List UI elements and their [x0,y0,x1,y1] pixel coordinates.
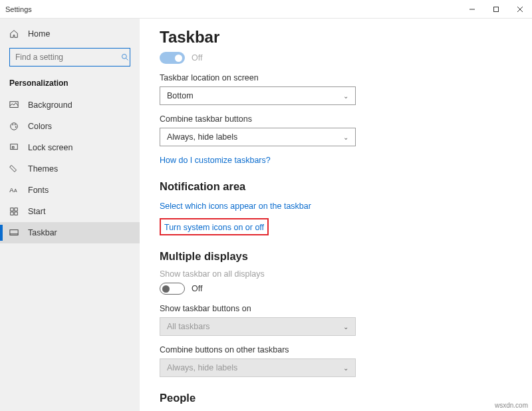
nav-colors[interactable]: Colors [0,116,140,137]
nav-label: Background [28,100,72,110]
svg-rect-1 [494,7,499,11]
maximize-button[interactable] [484,0,508,19]
location-label: Taskbar location on screen [160,73,512,82]
fonts-icon: AA [9,186,21,194]
close-button[interactable] [508,0,532,19]
people-heading: People [160,392,512,404]
home-nav[interactable]: Home [0,25,140,43]
svg-point-4 [122,55,127,59]
combine-value: Always, hide labels [167,132,237,142]
chevron-down-icon: ⌄ [343,134,348,141]
taskbar-icon [9,228,21,237]
search-icon [120,53,130,61]
nav-taskbar[interactable]: Taskbar [0,222,140,243]
nav-fonts[interactable]: AA Fonts [0,180,140,201]
svg-rect-16 [15,208,17,211]
lockscreen-icon [9,143,21,152]
content-pane: Taskbar Off Taskbar location on screen B… [140,19,532,411]
window-title: Settings [5,5,32,13]
combine-select[interactable]: Always, hide labels ⌄ [160,128,356,146]
show-buttons-value: All taskbars [167,322,210,331]
top-partial-toggle[interactable] [160,52,185,64]
svg-line-5 [126,59,128,61]
section-title: Personalization [0,74,140,94]
svg-rect-18 [15,212,17,215]
combine-label: Combine taskbar buttons [160,114,512,124]
nav-label: Start [28,207,45,216]
select-icons-link[interactable]: Select which icons appear on the taskbar [160,202,311,211]
search-input[interactable] [10,49,120,66]
show-buttons-label: Show taskbar buttons on [160,304,512,313]
multiple-displays-heading: Multiple displays [160,250,512,263]
top-toggle-label: Off [192,53,202,63]
home-label: Home [28,29,50,39]
combine-other-value: Always, hide labels [167,363,237,372]
nav-label: Colors [28,122,52,131]
chevron-down-icon: ⌄ [343,364,348,372]
combine-other-select: Always, hide labels ⌄ [160,358,356,377]
start-icon [9,207,21,216]
minimize-button[interactable] [460,0,484,19]
chevron-down-icon: ⌄ [343,323,348,331]
nav-themes[interactable]: Themes [0,158,140,180]
show-buttons-select: All taskbars ⌄ [160,317,356,336]
page-title: Taskbar [160,28,512,47]
nav-label: Fonts [28,186,49,195]
nav-label: Lock screen [28,143,72,152]
nav-background[interactable]: Background [0,94,140,116]
nav-label: Taskbar [28,228,57,237]
home-icon [9,29,21,39]
window-controls [460,0,532,19]
show-all-displays-label: Show taskbar on all displays [160,269,512,279]
location-value: Bottom [167,91,194,100]
background-icon [9,100,21,110]
svg-rect-15 [11,208,13,211]
colors-icon [9,122,21,131]
svg-rect-17 [11,212,13,215]
titlebar: Settings [0,0,532,19]
svg-point-10 [15,126,17,128]
nav-start[interactable]: Start [0,201,140,222]
show-all-displays-state: Off [192,284,202,293]
svg-point-8 [12,124,13,126]
svg-point-9 [15,124,16,126]
help-link[interactable]: How do I customize taskbars? [160,156,271,165]
sidebar: Home Personalization Background Colors L… [0,19,140,411]
nav-label: Themes [28,164,58,174]
svg-rect-19 [10,230,18,235]
svg-rect-12 [12,146,14,148]
notification-heading: Notification area [160,180,512,193]
show-all-displays-toggle[interactable] [160,283,185,295]
svg-text:A: A [14,188,17,193]
location-select[interactable]: Bottom ⌄ [160,86,356,105]
watermark: wsxdn.com [495,402,528,409]
combine-other-label: Combine buttons on other taskbars [160,345,512,354]
nav-lockscreen[interactable]: Lock screen [0,137,140,158]
system-icons-link[interactable]: Turn system icons on or off [164,223,264,232]
search-box[interactable] [9,48,130,67]
chevron-down-icon: ⌄ [343,92,348,100]
svg-point-7 [11,123,18,130]
themes-icon [9,164,21,174]
svg-text:A: A [9,186,14,194]
